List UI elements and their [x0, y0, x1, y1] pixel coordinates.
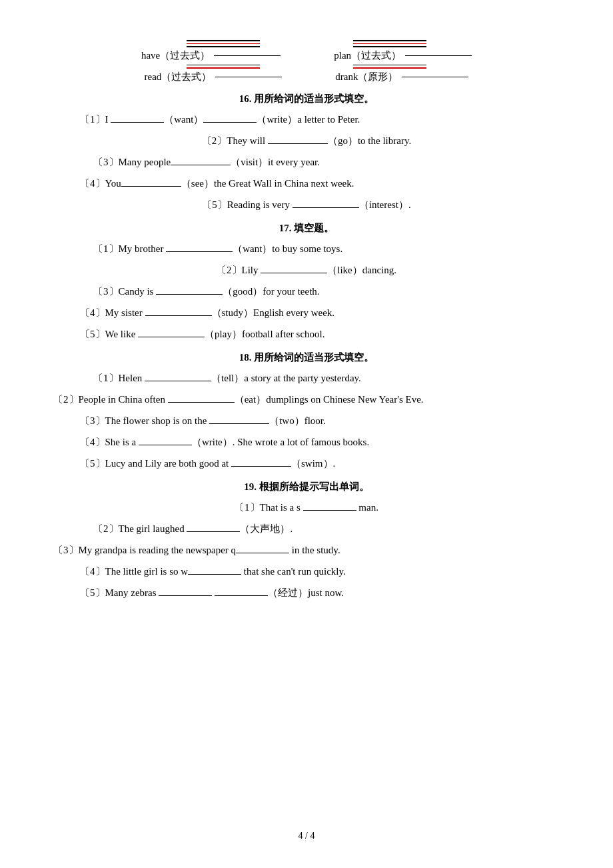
top-line-2-black [353, 40, 426, 41]
mid-line-2-black [353, 65, 426, 66]
s16-item2: 〔2〕They will （go）to the library. [53, 132, 560, 150]
s17-item3: 〔3〕Candy is （good）for your teeth. [93, 283, 560, 301]
s19-item5: 〔5〕Many zebras （经过）just now. [80, 584, 560, 602]
s18-item3: 〔3〕The flower shop is on the （two）floor. [80, 412, 560, 430]
plan-blank [405, 55, 472, 56]
read-label: read（过去式） [145, 71, 212, 83]
s18-item2: 〔2〕People in China often （eat）dumplings … [53, 391, 560, 409]
section18-title: 18. 用所给词的适当形式填空。 [53, 351, 560, 364]
top-line-1-red [187, 43, 260, 45]
top-line-1-black2 [187, 46, 260, 47]
s17-item5: 〔5〕We like （play）football after school. [80, 325, 560, 343]
s16-item1: 〔1〕I （want）（write）a letter to Peter. [80, 111, 560, 129]
word-forms-row2: read（过去式） drank（原形） [53, 71, 560, 83]
s18-item5: 〔5〕Lucy and Lily are both good at （swim）… [80, 455, 560, 473]
s16-item3: 〔3〕Many people（visit）it every year. [93, 153, 560, 171]
mid-line-1-red [187, 67, 260, 69]
s17-item2: 〔2〕Lily （like）dancing. [53, 261, 560, 279]
s18-item4: 〔4〕She is a （write）. She wrote a lot of … [80, 433, 560, 451]
top-line-1-black [187, 40, 260, 41]
s19-item4: 〔4〕The little girl is so w that she can'… [80, 563, 560, 581]
section19-title: 19. 根据所给提示写出单词。 [53, 481, 560, 493]
top-line-2-red [353, 43, 426, 45]
s19-item2: 〔2〕The girl laughed （大声地）. [93, 520, 560, 538]
s19-item1: 〔1〕That is a s man. [53, 499, 560, 517]
s17-item1: 〔1〕My brother （want）to buy some toys. [93, 240, 560, 258]
have-blank [214, 55, 281, 56]
have-label: have（过去式） [141, 49, 210, 62]
word-forms-row1: have（过去式） plan（过去式） [53, 49, 560, 62]
mid-line-2-red [353, 67, 426, 69]
s16-item4: 〔4〕You（see）the Great Wall in China next … [80, 175, 560, 193]
mid-line-1-black [187, 65, 260, 66]
top-line-2-black2 [353, 46, 426, 47]
page-footer: 4 / 4 [0, 831, 613, 841]
section17-title: 17. 填空题。 [53, 222, 560, 235]
section16-title: 16. 用所给词的适当形式填空。 [53, 93, 560, 105]
page-number: 4 / 4 [299, 831, 315, 841]
drank-label: drank（原形） [335, 71, 398, 83]
s19-item3: 〔3〕My grandpa is reading the newspaper q… [53, 541, 560, 559]
plan-label: plan（过去式） [334, 49, 401, 62]
s16-item5: 〔5〕Reading is very （interest）. [53, 196, 560, 214]
read-blank [215, 77, 282, 77]
drank-blank [402, 77, 468, 77]
s17-item4: 〔4〕My sister （study）English every week. [80, 304, 560, 322]
s18-item1: 〔1〕Helen （tell）a story at the party yest… [93, 369, 560, 387]
